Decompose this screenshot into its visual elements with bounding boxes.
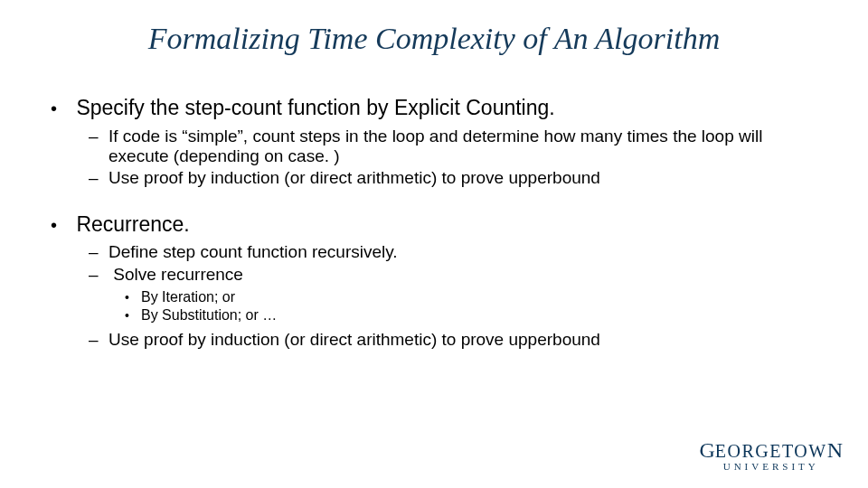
bullet-l2: If code is “simple”, count steps in the … — [108, 127, 825, 167]
bullet-text: By Substitution; or … — [141, 307, 277, 323]
georgetown-logo: GEORGETOWN UNIVERSITY — [699, 438, 843, 472]
bullet-sublist: If code is “simple”, count steps in the … — [71, 127, 825, 189]
bullet-text: By Iteration; or — [141, 289, 235, 305]
bullet-sublist: Define step count function recursively. … — [71, 242, 825, 350]
bullet-text: Solve recurrence — [113, 265, 243, 284]
bullet-l2: Solve recurrence By Iteration; or By Sub… — [108, 265, 825, 324]
bullet-l2: Use proof by induction (or direct arithm… — [108, 330, 825, 350]
bullet-text: Specify the step-count function by Expli… — [76, 96, 554, 119]
bullet-text: Use proof by induction (or direct arithm… — [108, 330, 600, 349]
bullet-subsublist: By Iteration; or By Substitution; or … — [108, 288, 825, 324]
bullet-text: Use proof by induction (or direct arithm… — [108, 168, 600, 187]
bullet-list: Specify the step-count function by Expli… — [43, 96, 825, 351]
bullet-text: Define step count function recursively. — [108, 242, 398, 261]
slide-title: Formalizing Time Complexity of An Algori… — [43, 22, 825, 56]
logo-line1: GEORGETOWN — [699, 438, 843, 463]
bullet-l1: Specify the step-count function by Expli… — [71, 96, 825, 189]
bullet-text: If code is “simple”, count steps in the … — [108, 127, 762, 165]
bullet-l3: By Substitution; or … — [141, 306, 825, 324]
bullet-l3: By Iteration; or — [141, 288, 825, 306]
bullet-text: Recurrence. — [76, 212, 189, 236]
bullet-l2: Use proof by induction (or direct arithm… — [108, 168, 825, 188]
slide: Formalizing Time Complexity of An Algori… — [0, 0, 868, 488]
bullet-l2: Define step count function recursively. — [108, 242, 825, 262]
bullet-l1: Recurrence. Define step count function r… — [71, 212, 825, 351]
